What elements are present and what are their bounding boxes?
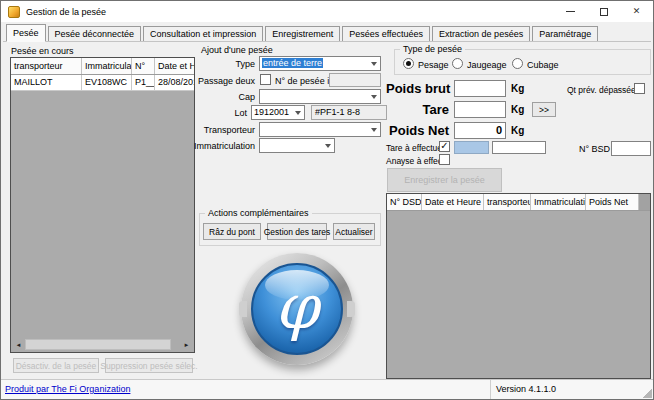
bsd-label: N° BSD xyxy=(579,144,610,154)
status-divider xyxy=(490,380,491,399)
tare-effectuer-field[interactable] xyxy=(492,141,546,154)
poids-net-field: 0 xyxy=(454,122,506,139)
pesage-radio[interactable] xyxy=(403,58,414,69)
table-row[interactable]: MAILLOT EV108WC P1__ 28/08/201 xyxy=(11,75,194,91)
cubage-radio[interactable] xyxy=(512,58,523,69)
poids-brut-unit: Kg xyxy=(511,83,524,94)
resize-grip[interactable] xyxy=(641,387,652,398)
gestion-tares-button[interactable]: Gestion des tares xyxy=(267,223,327,240)
tab-consultation-impression[interactable]: Consultation et impression xyxy=(143,26,263,42)
jaugeage-radio[interactable] xyxy=(452,58,463,69)
column-header-transporteur[interactable]: transporteur xyxy=(11,58,82,74)
column-header-poids-net[interactable]: Poids Net xyxy=(586,194,639,210)
column-header-immatriculation[interactable]: Immatriculation xyxy=(531,194,586,210)
cap-label: Cap xyxy=(197,92,255,102)
type-pesee-group-title: Type de pesée xyxy=(400,44,465,54)
qt-prev-label: Qt prév. dépassée xyxy=(567,85,636,95)
app-icon xyxy=(8,6,20,18)
cell-date[interactable]: 28/08/201 xyxy=(155,75,194,90)
current-weigh-table: transporteur Immatriculation N° Date et … xyxy=(10,57,195,353)
title-bar: Gestion de la pesée ✕ xyxy=(1,1,653,22)
maximize-icon xyxy=(600,8,608,16)
cell-numero[interactable]: P1__ xyxy=(132,75,155,90)
suppression-pesee-button[interactable]: Suppression pesée sélec. xyxy=(105,358,193,373)
chevron-down-icon xyxy=(371,128,377,132)
scrollbar-thumb[interactable] xyxy=(25,339,171,350)
desactiver-pesee-button[interactable]: Désactiv. de la pesée xyxy=(13,358,99,373)
passage-deux-checkbox[interactable] xyxy=(260,74,271,85)
column-header-numero[interactable]: N° xyxy=(132,58,155,74)
tare-label: Tare xyxy=(386,102,449,117)
type-combobox[interactable]: entrée de terre xyxy=(259,56,381,71)
column-header-date-heure[interactable]: Date et Heure xyxy=(422,194,484,210)
maximize-button[interactable] xyxy=(587,1,620,22)
lot-ref-field[interactable]: #PF1-1 8-8 xyxy=(311,105,387,120)
raz-pont-button[interactable]: Râz du pont xyxy=(203,223,261,240)
immatriculation-combobox[interactable] xyxy=(259,138,335,153)
lot-value: 1912001 xyxy=(254,107,289,117)
type-value: entrée de terre xyxy=(262,58,323,68)
chevron-down-icon xyxy=(295,111,301,115)
jaugeage-radio-label: Jaugeage xyxy=(467,60,507,70)
horizontal-scrollbar[interactable]: ◄ ► xyxy=(12,338,193,351)
tare-effectuer-checkbox[interactable]: ✓ xyxy=(439,141,450,152)
analyse-label: Anayse à effec. xyxy=(386,156,444,166)
tab-strip: Pesée Pesée déconnectée Consultation et … xyxy=(6,24,598,42)
analyse-checkbox[interactable] xyxy=(439,154,450,165)
transporteur-combobox[interactable] xyxy=(259,122,381,137)
pesee-init-field[interactable] xyxy=(329,73,381,87)
status-bar: Produit par The Fi Organization Version … xyxy=(1,379,653,399)
column-header-transporteur[interactable]: transporteur xyxy=(484,194,531,210)
poids-net-unit: Kg xyxy=(511,125,524,136)
scroll-left-icon[interactable]: ◄ xyxy=(12,338,25,351)
passage-deux-label: Passage deux xyxy=(193,76,255,86)
cell-transporteur[interactable]: MAILLOT xyxy=(11,75,82,90)
actions-group-title: Actions complémentaires xyxy=(205,208,312,218)
phi-logo-sphere: φ xyxy=(251,263,343,355)
actualiser-button[interactable]: Actualiser xyxy=(333,223,375,240)
column-header-immatriculation[interactable]: Immatriculation xyxy=(82,58,132,74)
poids-brut-field[interactable] xyxy=(454,80,506,97)
close-icon: ✕ xyxy=(633,7,641,16)
tare-field[interactable] xyxy=(454,101,506,118)
column-header-date[interactable]: Date et Heure xyxy=(155,58,194,74)
window-title: Gestion de la pesée xyxy=(26,7,106,17)
logo-notch-right xyxy=(347,301,355,317)
tab-enregistrement[interactable]: Enregistrement xyxy=(265,26,340,42)
bsd-field[interactable] xyxy=(611,141,651,156)
cap-combobox[interactable] xyxy=(259,89,381,104)
scroll-right-icon[interactable]: ► xyxy=(180,338,193,351)
version-label: Version 4.1.1.0 xyxy=(496,384,556,394)
tab-pesees-effectuees[interactable]: Pesées effectuées xyxy=(342,26,430,42)
cell-immatriculation[interactable]: EV108WC xyxy=(82,75,132,90)
enregistrer-pesee-button[interactable]: Enregistrer la pesée xyxy=(387,168,502,192)
poids-net-label: Poids Net xyxy=(386,123,449,138)
logo-notch-left xyxy=(239,301,247,317)
tab-pesee[interactable]: Pesée xyxy=(6,24,46,42)
producer-link[interactable]: Produit par The Fi Organization xyxy=(5,384,130,394)
tab-strip-divider xyxy=(3,41,651,42)
lot-label: Lot xyxy=(197,108,247,118)
check-icon: ✓ xyxy=(440,141,448,151)
ajout-pesee-label: Ajout d'une pesée xyxy=(201,45,273,55)
tab-extraction-pesees[interactable]: Extraction de pesées xyxy=(432,26,530,42)
column-header-dsd[interactable]: N° DSD xyxy=(387,194,422,210)
tab-pesee-deconnectee[interactable]: Pesée déconnectée xyxy=(48,26,142,42)
window-controls: ✕ xyxy=(554,1,653,22)
results-header-row: N° DSD Date et Heure transporteur Immatr… xyxy=(387,194,650,211)
minimize-button[interactable] xyxy=(554,1,587,22)
pesage-radio-label: Pesage xyxy=(418,60,449,70)
table-header-row: transporteur Immatriculation N° Date et … xyxy=(11,58,194,75)
tare-unit: Kg xyxy=(511,104,524,115)
immatriculation-label: Immatriculation xyxy=(177,141,255,151)
minimize-icon xyxy=(566,11,575,12)
transfer-tare-button[interactable]: >> xyxy=(532,102,556,117)
pesee-en-cours-label: Pesée en cours xyxy=(11,46,74,56)
transporteur-label: Transporteur xyxy=(187,125,255,135)
lot-combobox[interactable]: 1912001 xyxy=(251,105,305,120)
close-button[interactable]: ✕ xyxy=(620,1,653,22)
qt-prev-checkbox[interactable] xyxy=(634,83,645,94)
tare-indicator xyxy=(454,141,489,154)
tab-parametrage[interactable]: Paramétrage xyxy=(532,26,598,42)
chevron-down-icon xyxy=(371,62,377,66)
